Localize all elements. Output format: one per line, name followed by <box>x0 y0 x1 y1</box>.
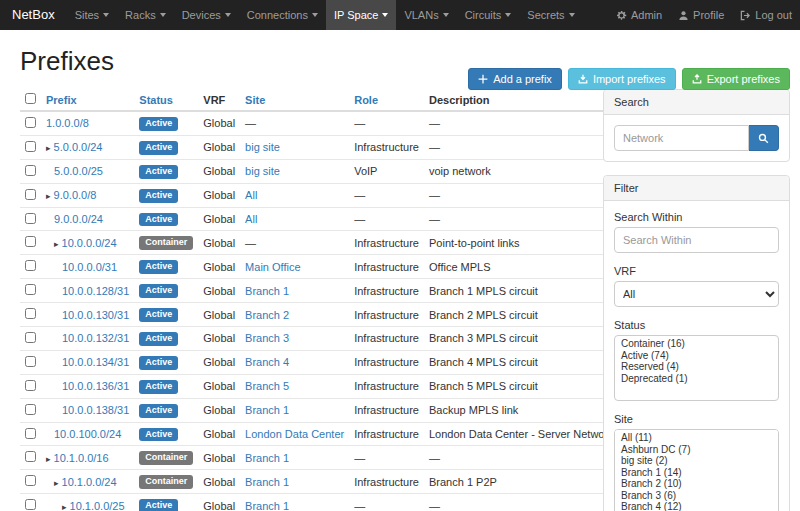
prefix-link[interactable]: 10.0.0.130/31 <box>62 309 129 321</box>
prefix-link[interactable]: 10.0.0.138/31 <box>62 404 129 416</box>
row-checkbox[interactable] <box>25 236 36 247</box>
prefix-link[interactable]: 10.1.0.0/25 <box>70 500 125 511</box>
nav-item-secrets[interactable]: Secrets <box>519 0 582 30</box>
prefix-link[interactable]: 10.0.100.0/24 <box>54 428 121 440</box>
sort-link-prefix[interactable]: Prefix <box>46 94 77 106</box>
row-checkbox[interactable] <box>25 499 36 510</box>
prefix-link[interactable]: 9.0.0.0/8 <box>54 189 97 201</box>
search-icon <box>758 133 769 144</box>
site-filter-option[interactable]: Branch 4 (12) <box>615 501 778 511</box>
row-checkbox[interactable] <box>25 165 36 176</box>
status-filter-option[interactable]: Deprecated (1) <box>615 373 778 385</box>
row-checkbox[interactable] <box>25 189 36 200</box>
prefix-link[interactable]: 10.0.0.132/31 <box>62 332 129 344</box>
row-checkbox[interactable] <box>25 284 36 295</box>
search-input[interactable] <box>614 125 749 151</box>
prefix-link[interactable]: 10.0.0.0/31 <box>62 261 117 273</box>
filter-status-listbox[interactable]: Container (16)Active (74)Reserved (4)Dep… <box>614 335 779 401</box>
column-header-site: Site <box>240 89 349 111</box>
nav-item-profile[interactable]: Profile <box>670 0 732 30</box>
row-checkbox[interactable] <box>25 475 36 486</box>
site-link[interactable]: Branch 3 <box>245 332 289 344</box>
add-a-prefix-button[interactable]: Add a prefix <box>468 68 562 90</box>
site-link[interactable]: big site <box>245 141 280 153</box>
site-link[interactable]: Branch 4 <box>245 356 289 368</box>
nav-item-log-out[interactable]: Log out <box>732 0 800 30</box>
row-checkbox[interactable] <box>25 260 36 271</box>
nav-item-ip-space[interactable]: IP Space <box>326 0 396 30</box>
site-link[interactable]: Branch 1 <box>245 285 289 297</box>
prefix-cell: ▸10.1.0.0/16 <box>41 446 134 470</box>
site-link[interactable]: All <box>245 213 257 225</box>
sort-link-role[interactable]: Role <box>354 94 378 106</box>
status-filter-option[interactable]: Active (74) <box>615 350 778 362</box>
description-cell: — <box>424 494 619 511</box>
status-filter-option[interactable]: Reserved (4) <box>615 361 778 373</box>
row-checkbox[interactable] <box>25 332 36 343</box>
site-filter-option[interactable]: Branch 3 (6) <box>615 490 778 502</box>
status-badge: Container <box>139 451 193 465</box>
row-checkbox[interactable] <box>25 404 36 415</box>
site-link[interactable]: Branch 2 <box>245 309 289 321</box>
nav-menu: SitesRacksDevicesConnectionsIP SpaceVLAN… <box>67 0 583 30</box>
nav-item-vlans[interactable]: VLANs <box>396 0 456 30</box>
site-link[interactable]: London Data Center <box>245 428 344 440</box>
nav-item-admin[interactable]: Admin <box>608 0 670 30</box>
row-checkbox[interactable] <box>25 117 36 128</box>
site-link[interactable]: Main Office <box>245 261 300 273</box>
site-cell: Branch 1 <box>240 494 349 511</box>
prefix-link[interactable]: 1.0.0.0/8 <box>46 117 89 129</box>
export-prefixes-button[interactable]: Export prefixes <box>682 68 790 90</box>
nav-item-devices[interactable]: Devices <box>174 0 239 30</box>
site-link[interactable]: Branch 1 <box>245 476 289 488</box>
nav-item-connections[interactable]: Connections <box>239 0 326 30</box>
expand-arrow-icon: ▸ <box>54 239 59 249</box>
prefix-link[interactable]: 10.1.0.0/24 <box>62 476 117 488</box>
row-checkbox[interactable] <box>25 213 36 224</box>
row-checkbox[interactable] <box>25 428 36 439</box>
prefix-link[interactable]: 10.0.0.0/24 <box>62 237 117 249</box>
status-badge: Active <box>139 189 178 203</box>
status-filter-option[interactable]: Container (16) <box>615 338 778 350</box>
prefix-link[interactable]: 9.0.0.0/24 <box>54 213 103 225</box>
site-filter-option[interactable]: Branch 2 (10) <box>615 478 778 490</box>
role-cell: VoIP <box>349 159 424 183</box>
filter-search-within-label: Search Within <box>614 211 779 223</box>
site-link[interactable]: Branch 5 <box>245 380 289 392</box>
nav-item-sites[interactable]: Sites <box>67 0 117 30</box>
site-filter-option[interactable]: Branch 1 (14) <box>615 467 778 479</box>
sort-link-site[interactable]: Site <box>245 94 265 106</box>
filter-vrf-select[interactable]: All <box>614 281 779 307</box>
site-link[interactable]: big site <box>245 165 280 177</box>
nav-item-circuits[interactable]: Circuits <box>457 0 520 30</box>
site-link[interactable]: Branch 1 <box>245 500 289 511</box>
prefix-link[interactable]: 10.0.0.136/31 <box>62 380 129 392</box>
sort-link-status[interactable]: Status <box>139 94 173 106</box>
prefix-link[interactable]: 10.1.0.0/16 <box>54 452 109 464</box>
select-all-checkbox[interactable] <box>25 93 36 104</box>
nav-item-racks[interactable]: Racks <box>117 0 174 30</box>
import-prefixes-button[interactable]: Import prefixes <box>568 68 676 90</box>
site-filter-option[interactable]: big site (2) <box>615 455 778 467</box>
row-select-cell <box>20 183 41 207</box>
row-checkbox[interactable] <box>25 308 36 319</box>
filter-site-listbox[interactable]: All (11)Ashburn DC (7)big site (2)Branch… <box>614 429 779 511</box>
row-checkbox[interactable] <box>25 451 36 462</box>
caret-down-icon <box>225 13 231 17</box>
site-link[interactable]: All <box>245 189 257 201</box>
row-checkbox[interactable] <box>25 356 36 367</box>
brand[interactable]: NetBox <box>0 0 67 30</box>
site-filter-option[interactable]: Ashburn DC (7) <box>615 444 778 456</box>
search-button[interactable] <box>749 125 779 151</box>
site-link[interactable]: Branch 1 <box>245 404 289 416</box>
filter-search-within-input[interactable] <box>614 227 779 253</box>
site-filter-option[interactable]: All (11) <box>615 432 778 444</box>
prefix-row: ▸10.0.0.0/24ContainerGlobal—Infrastructu… <box>20 231 619 255</box>
row-checkbox[interactable] <box>25 380 36 391</box>
prefix-link[interactable]: 5.0.0.0/25 <box>54 165 103 177</box>
prefix-link[interactable]: 5.0.0.0/24 <box>54 141 103 153</box>
site-link[interactable]: Branch 1 <box>245 452 289 464</box>
prefix-link[interactable]: 10.0.0.128/31 <box>62 285 129 297</box>
prefix-link[interactable]: 10.0.0.134/31 <box>62 356 129 368</box>
row-checkbox[interactable] <box>25 141 36 152</box>
